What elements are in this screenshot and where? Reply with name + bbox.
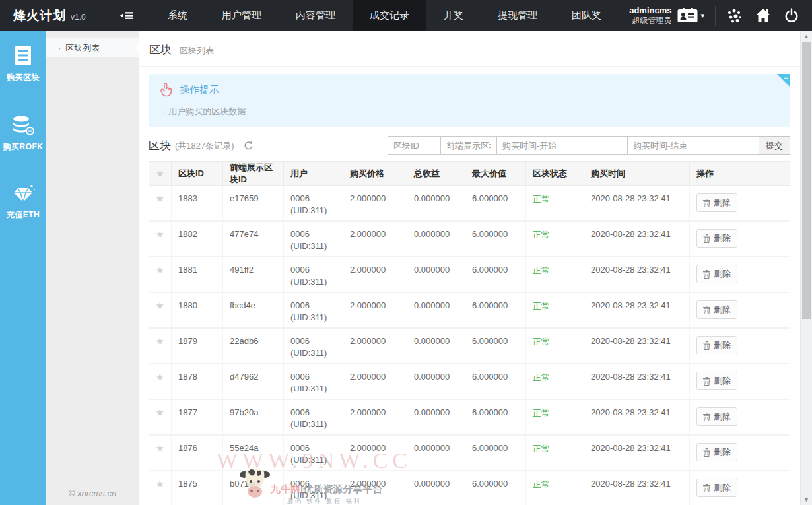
scroll-up-icon[interactable]: ▲ — [801, 33, 812, 40]
delete-button[interactable]: 删除 — [696, 336, 737, 354]
id-card-icon[interactable] — [677, 8, 698, 24]
table-row: ★ 1880 fbcd4e 0006 (UID:311) 2.000000 0.… — [149, 292, 790, 328]
table-row: ★ 1875 b071e0 0006 (UID:311) 2.000000 0.… — [149, 471, 790, 505]
star-icon[interactable]: ★ — [156, 478, 164, 489]
cell-user: 0006 (UID:311) — [284, 257, 343, 292]
delete-button[interactable]: 删除 — [696, 372, 737, 390]
dots-cluster-glyph — [726, 8, 742, 24]
user-name: admincms — [629, 5, 671, 16]
clear-cache-icon[interactable] — [726, 8, 742, 24]
sidebar-item-buy-block[interactable]: 购买区块 — [0, 38, 46, 91]
sidebar-item-label: 充值ETH — [7, 210, 40, 219]
vertical-scrollbar[interactable]: ▲ ▼ — [800, 31, 812, 505]
trash-icon — [703, 234, 710, 243]
id-card-glyph — [677, 8, 698, 24]
header-block-id: 区块ID — [172, 162, 223, 186]
delete-label: 删除 — [714, 304, 731, 316]
trash-icon — [703, 270, 710, 279]
page-title: 区块 — [149, 42, 172, 57]
delete-button[interactable]: 删除 — [696, 193, 737, 212]
tip-header: 操作提示 — [159, 83, 780, 97]
trash-icon — [703, 377, 710, 386]
cell-status: 正常 — [526, 399, 584, 435]
refresh-icon[interactable] — [244, 141, 254, 151]
sidebar: 购买区块 购买ROFK 充值ETH — [0, 31, 46, 505]
star-icon[interactable]: ★ — [156, 371, 164, 382]
header-front-id: 前端展示区块ID — [223, 162, 284, 186]
cell-user: 0006 (UID:311) — [284, 435, 343, 471]
table-row: ★ 1878 d47962 0006 (UID:311) 2.000000 0.… — [149, 364, 790, 399]
cell-front-id: 22adb6 — [223, 328, 284, 364]
star-icon[interactable]: ★ — [156, 335, 164, 347]
cell-income: 0.000000 — [407, 399, 465, 435]
cell-actions: 删除 — [690, 364, 790, 399]
cell-price: 2.000000 — [343, 364, 407, 399]
cell-status: 正常 — [526, 435, 584, 471]
logout-power-icon[interactable] — [784, 8, 799, 23]
delete-label: 删除 — [714, 446, 731, 458]
star-icon[interactable]: ★ — [156, 300, 164, 311]
menu-collapse-icon[interactable] — [114, 0, 139, 31]
status-badge: 正常 — [533, 444, 550, 454]
sidebar-item-label: 购买区块 — [7, 73, 40, 82]
star-icon[interactable]: ★ — [156, 264, 164, 275]
nav-item-users[interactable]: 用户管理 — [205, 0, 279, 31]
block-id-input[interactable] — [388, 136, 441, 155]
scroll-down-icon[interactable]: ▼ — [801, 496, 812, 503]
user-uid-text: (UID:311) — [290, 241, 336, 251]
nav-item-deals[interactable]: 成交记录 — [353, 0, 426, 31]
delete-button[interactable]: 删除 — [696, 407, 737, 426]
buy-time-end-input[interactable] — [627, 136, 759, 155]
user-role: 超级管理员 — [629, 16, 671, 26]
cell-star: ★ — [149, 186, 172, 222]
trash-icon — [703, 199, 710, 207]
cell-star: ★ — [149, 471, 172, 505]
submenu-panel: ·区块列表 © xnrcms.cn — [46, 31, 139, 505]
cell-user: 0006 (UID:311) — [284, 221, 343, 257]
star-icon[interactable]: ★ — [156, 228, 164, 240]
sidebar-item-recharge-eth[interactable]: 充值ETH — [0, 178, 46, 228]
delete-button[interactable]: 删除 — [696, 300, 737, 319]
sidebar-item-label: 购买ROFK — [3, 142, 44, 151]
buy-time-start-input[interactable] — [496, 136, 628, 155]
submit-button[interactable]: 提交 — [759, 136, 790, 155]
cell-income: 0.000000 — [407, 186, 465, 222]
cell-income: 0.000000 — [407, 257, 465, 292]
delete-button[interactable]: 删除 — [696, 443, 737, 461]
star-icon[interactable]: ★ — [156, 193, 164, 204]
cell-block-id: 1882 — [172, 221, 223, 257]
star-icon[interactable]: ★ — [156, 168, 164, 179]
delete-button[interactable]: 删除 — [696, 265, 737, 283]
delete-button[interactable]: 删除 — [696, 479, 737, 497]
cell-income: 0.000000 — [407, 471, 465, 505]
home-icon[interactable] — [755, 8, 771, 23]
user-uid-text: (UID:311) — [290, 490, 336, 500]
status-badge: 正常 — [533, 479, 550, 489]
cell-max-value: 6.000000 — [465, 221, 526, 257]
top-navigation: 系统 用户管理 内容管理 成交记录 开奖 提现管理 团队奖 — [151, 0, 619, 31]
scrollbar-thumb[interactable] — [802, 42, 811, 319]
nav-item-lottery[interactable]: 开奖 — [426, 0, 481, 31]
nav-item-content[interactable]: 内容管理 — [279, 0, 353, 31]
delete-button[interactable]: 删除 — [696, 229, 737, 248]
user-name-text: 0006 — [290, 336, 336, 346]
submenu-item-block-list[interactable]: ·区块列表 — [46, 38, 139, 57]
user-name-text: 0006 — [290, 372, 336, 382]
cell-price: 2.000000 — [343, 292, 407, 328]
star-icon[interactable]: ★ — [156, 407, 164, 418]
sidebar-item-buy-rofk[interactable]: 购买ROFK — [0, 108, 46, 160]
cell-block-id: 1881 — [172, 257, 223, 292]
nav-item-team-bonus[interactable]: 团队奖 — [555, 0, 619, 31]
cell-block-id: 1878 — [172, 364, 223, 399]
user-uid-text: (UID:311) — [290, 455, 336, 465]
nav-item-system[interactable]: 系统 — [151, 0, 205, 31]
nav-item-withdraw[interactable]: 提现管理 — [481, 0, 555, 31]
bullet-icon: · — [162, 106, 164, 116]
front-block-id-input[interactable] — [440, 136, 497, 155]
cell-buy-time: 2020-08-28 23:32:41 — [584, 471, 690, 505]
tip-box: 操作提示 ·用户购买的区块数据 − — [149, 74, 790, 127]
star-icon[interactable]: ★ — [156, 442, 164, 454]
tip-collapse-icon[interactable]: − — [784, 73, 788, 83]
cell-user: 0006 (UID:311) — [284, 328, 343, 364]
user-dropdown-caret-icon[interactable]: ▾ — [700, 11, 704, 20]
